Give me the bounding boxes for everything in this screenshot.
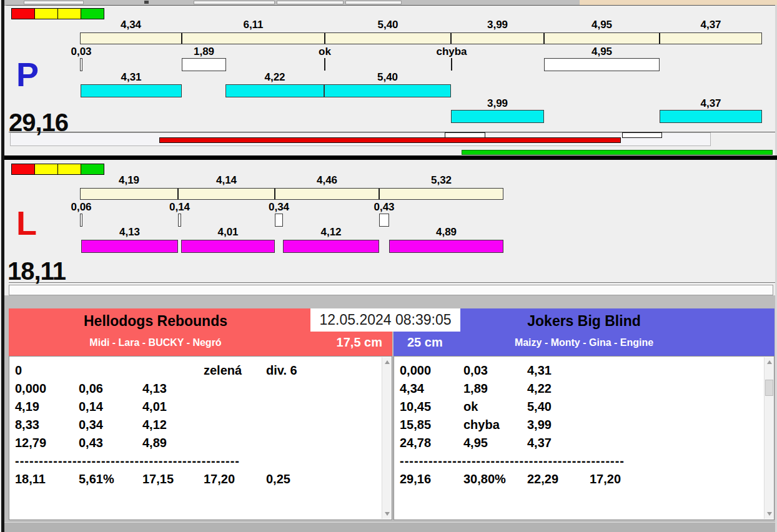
- status-square-l: [34, 164, 58, 175]
- split-time-label: 4,34: [121, 19, 141, 31]
- run-bar: [451, 110, 544, 123]
- table-cell: 0,06: [79, 381, 103, 396]
- table-cell: chyba: [463, 417, 500, 432]
- split-divider: [450, 33, 452, 44]
- run-bar: [389, 240, 503, 253]
- run-bar: [81, 84, 182, 97]
- status-square-l: [57, 164, 81, 175]
- gap-time-label: 0,06: [71, 202, 91, 213]
- summary-cell: 5,61%: [79, 471, 114, 486]
- split-time-label: 4,37: [700, 19, 721, 31]
- overlay-green-bar: [462, 150, 773, 155]
- timestamp-display: 12.05.2024 08:39:05: [310, 308, 460, 332]
- table-cell: zelená: [204, 363, 242, 378]
- gap-tick: [324, 58, 325, 71]
- table-cell: 0,43: [79, 435, 103, 450]
- gap-time-label: 0,03: [71, 46, 91, 57]
- scroll-up-icon[interactable]: [767, 360, 772, 364]
- titlebar-segment: [345, 1, 402, 4]
- timing-app-window: P 29,16 L 18,11 Hellodogs Rebounds Midi …: [0, 0, 777, 532]
- split-time-label: 5,40: [377, 19, 398, 31]
- gap-box: [182, 58, 226, 71]
- run-time-label: 4,37: [700, 98, 721, 109]
- split-time-label: 6,11: [243, 19, 263, 31]
- table-cell: 4,19: [15, 399, 39, 414]
- team-members-left: Midi - Lara - BUCKY - Negró: [9, 337, 302, 348]
- table-cell: 4,13: [142, 381, 167, 396]
- run-time-label: 5,40: [377, 72, 398, 83]
- team-letter-p: P: [16, 57, 39, 91]
- table-cell: 8,33: [15, 417, 39, 432]
- run-time-label: 3,99: [487, 98, 508, 109]
- run-time-label: 4,89: [436, 227, 457, 238]
- table-cell: 3,99: [527, 417, 552, 432]
- titlebar-segment: [24, 1, 84, 4]
- panel-l-bottom-border: [9, 282, 775, 283]
- run-bar: [283, 240, 379, 253]
- run-bar: [81, 240, 178, 253]
- left-list-scrollbar[interactable]: [382, 357, 392, 519]
- gap-time-label: 0,14: [169, 202, 190, 213]
- table-cell: 4,37: [527, 435, 552, 450]
- run-bar: [660, 110, 762, 123]
- panel-p-top-border: [6, 5, 775, 6]
- split-time-bar-l: [80, 188, 503, 200]
- table-cell: 12,79: [15, 435, 46, 450]
- split-time-label: 4,95: [591, 19, 612, 31]
- scrollbar-thumb[interactable]: [765, 380, 773, 396]
- summary-cell: 30,80%: [463, 471, 506, 486]
- table-divider-line: ----------------------------------------…: [15, 453, 240, 468]
- table-cell: 10,45: [400, 399, 431, 414]
- table-cell: 4,31: [527, 363, 552, 378]
- run-bar: [225, 84, 324, 97]
- table-cell: 4,12: [142, 417, 167, 432]
- right-list-scrollbar[interactable]: [764, 357, 774, 519]
- split-time-label: 4,46: [317, 175, 337, 186]
- split-divider: [379, 189, 380, 199]
- results-list-left[interactable]: [9, 356, 392, 520]
- split-divider: [659, 33, 660, 44]
- titlebar-caret-icon: [144, 1, 149, 4]
- total-time-l: 18,11: [7, 259, 66, 283]
- table-cell: 5,40: [527, 399, 552, 414]
- gap-box: [178, 214, 181, 227]
- empty-progress-strip: [9, 285, 773, 295]
- gap-box: [544, 58, 660, 71]
- team-members-right: Maizy - Monty - Gina - Engine: [393, 337, 775, 348]
- status-square-p: [11, 8, 35, 19]
- jump-height-left: 17,5 cm: [337, 335, 382, 350]
- total-time-p: 29,16: [9, 110, 68, 135]
- summary-cell: 17,15: [142, 471, 174, 486]
- run-bar: [181, 240, 275, 253]
- summary-cell: 0,25: [266, 471, 290, 486]
- team-letter-l: L: [16, 206, 37, 240]
- gap-box: [80, 58, 82, 71]
- table-cell: ok: [463, 399, 478, 414]
- section-divider-bar: [4, 155, 777, 160]
- split-divider: [543, 33, 545, 44]
- overlay-white-box: [622, 132, 662, 138]
- overlay-red-bar: [159, 137, 621, 143]
- split-time-label: 5,32: [431, 175, 452, 186]
- table-cell: 0,03: [463, 363, 488, 378]
- split-divider: [177, 189, 179, 199]
- gap-time-label: 0,34: [269, 202, 289, 213]
- table-cell: 0,000: [400, 363, 431, 378]
- scroll-down-icon[interactable]: [767, 512, 772, 516]
- scroll-down-icon[interactable]: [385, 512, 390, 516]
- table-cell: 4,01: [142, 399, 167, 414]
- status-square-l: [11, 164, 35, 175]
- summary-cell: 22,29: [527, 471, 558, 486]
- run-time-label: 4,13: [119, 227, 140, 238]
- split-divider: [324, 33, 325, 44]
- table-cell: 4,22: [527, 381, 552, 396]
- split-time-label: 3,99: [487, 19, 508, 31]
- run-time-label: 4,31: [121, 72, 141, 83]
- split-time-label: 4,19: [119, 175, 139, 186]
- table-cell: 0,000: [15, 381, 46, 396]
- summary-cell: 17,20: [204, 471, 235, 486]
- scroll-up-icon[interactable]: [385, 360, 390, 364]
- results-list-right[interactable]: [393, 356, 775, 520]
- gap-time-label: 1,89: [194, 46, 214, 57]
- split-divider: [274, 189, 275, 199]
